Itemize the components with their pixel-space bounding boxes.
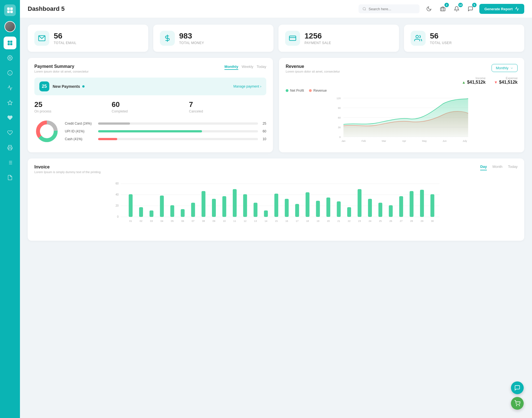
progress-item-upi: UPI ID (41%) 60 [65, 129, 266, 133]
income-expense-row: Income ▲ $41,512k Expense ▼ $41,512k [286, 76, 518, 85]
svg-text:07: 07 [192, 220, 195, 222]
svg-text:0: 0 [117, 215, 119, 218]
tab-monthly[interactable]: Monthly [224, 64, 238, 70]
svg-text:29: 29 [421, 220, 423, 222]
income-value: $41,512k [467, 80, 486, 85]
search-input[interactable] [369, 7, 416, 11]
sidebar-item-settings[interactable] [4, 52, 16, 64]
sidebar-item-favorites[interactable] [4, 111, 16, 124]
svg-rect-73 [212, 199, 216, 217]
svg-rect-65 [170, 205, 174, 217]
avatar[interactable] [4, 21, 16, 32]
support-fab[interactable] [511, 381, 524, 394]
progress-bar-fill-upi [98, 130, 202, 132]
stat-card-money: 983 TOTAL MONEY [153, 25, 274, 52]
svg-point-118 [519, 405, 520, 406]
svg-rect-22 [441, 8, 445, 11]
progress-item-creditcard: Credit Card (24%) 25 [65, 122, 266, 125]
sidebar-item-analytics[interactable] [4, 81, 16, 94]
svg-rect-4 [8, 41, 10, 43]
svg-rect-89 [295, 204, 299, 217]
svg-rect-109 [399, 196, 403, 217]
payment-summary-title: Payment Summary [34, 64, 89, 69]
svg-rect-99 [347, 207, 351, 217]
stat-card-user: 56 TOTAL USER [404, 25, 525, 52]
svg-text:60: 60 [116, 182, 119, 185]
page-title: Dashboard 5 [28, 5, 354, 12]
legend-netprofit: Net Profit [286, 89, 304, 93]
main-content: Dashboard 5 2 12 5 Generate Report [20, 0, 532, 418]
svg-rect-115 [430, 194, 434, 217]
svg-text:24: 24 [369, 220, 371, 222]
expense-label: Expense [506, 76, 518, 80]
svg-rect-57 [129, 194, 133, 217]
svg-text:May: May [422, 140, 427, 142]
sidebar-item-print[interactable] [4, 141, 16, 154]
svg-text:05: 05 [171, 220, 174, 222]
svg-rect-6 [8, 43, 10, 45]
moon-icon[interactable] [424, 4, 434, 14]
chat-icon-btn[interactable]: 5 [466, 4, 475, 14]
svg-text:25: 25 [379, 220, 382, 222]
svg-text:60: 60 [338, 116, 341, 119]
svg-rect-83 [264, 211, 268, 217]
invoice-tab-day[interactable]: Day [480, 165, 487, 170]
svg-text:22: 22 [348, 220, 351, 222]
svg-rect-2 [7, 11, 10, 13]
svg-rect-107 [389, 205, 393, 217]
income-label: Income [475, 76, 485, 80]
sidebar-item-list[interactable] [4, 156, 16, 169]
svg-rect-77 [233, 189, 237, 217]
sidebar-item-documents[interactable] [4, 171, 16, 184]
tab-today[interactable]: Today [257, 64, 266, 70]
svg-rect-67 [181, 209, 185, 217]
revenue-monthly-button[interactable]: Monthly [492, 64, 518, 72]
svg-rect-87 [285, 199, 289, 217]
svg-text:30: 30 [431, 220, 434, 222]
svg-text:Jan: Jan [341, 140, 346, 142]
email-icon [34, 31, 49, 46]
generate-report-button[interactable]: Generate Report [479, 4, 524, 14]
invoice-tab-today[interactable]: Today [508, 165, 518, 170]
income-icon: ▲ [462, 80, 466, 84]
progress-bar-bg-cash [98, 138, 258, 140]
content-area: 56 TOTAL EMAIL 983 TOTAL MONEY 1256 [20, 18, 532, 247]
stat-mini-completed: 60 Completed [112, 100, 189, 113]
svg-rect-3 [10, 11, 13, 13]
tab-weekly[interactable]: Weekly [242, 64, 253, 70]
search-bar[interactable] [359, 4, 420, 13]
sidebar-logo[interactable] [4, 4, 16, 16]
svg-rect-103 [368, 199, 372, 217]
expense-value: $41,512k [499, 80, 518, 85]
sidebar-item-dashboard[interactable] [4, 37, 16, 49]
payment-icon [285, 31, 300, 46]
cart-fab[interactable] [511, 397, 524, 410]
svg-rect-61 [150, 211, 154, 217]
progress-bar-bg-creditcard [98, 122, 258, 125]
svg-marker-12 [8, 101, 12, 105]
progress-list: Credit Card (24%) 25 UPI ID (41%) 60 [65, 122, 266, 141]
new-payments-dot [82, 85, 85, 88]
svg-text:17: 17 [296, 220, 298, 222]
revenue-title: Revenue [286, 64, 340, 69]
svg-text:10: 10 [223, 220, 226, 222]
bell-icon-btn[interactable]: 12 [452, 4, 462, 14]
expense-icon: ▼ [494, 80, 498, 84]
revenue-chart-container: 120 90 60 30 0 [286, 95, 518, 146]
svg-text:90: 90 [338, 107, 341, 109]
chart-legend: Net Profit Revenue [286, 89, 518, 93]
manage-payment-link[interactable]: Manage payment › [233, 84, 261, 88]
invoice-tab-month[interactable]: Month [492, 165, 502, 170]
svg-text:14: 14 [265, 220, 267, 222]
new-payments-label: New Payments [53, 84, 230, 89]
sidebar-item-star[interactable] [4, 96, 16, 109]
svg-rect-93 [316, 201, 320, 217]
wallet-icon-btn[interactable]: 2 [438, 4, 448, 14]
sidebar-item-wishlist[interactable] [4, 126, 16, 139]
donut-chart [34, 119, 59, 144]
svg-rect-75 [222, 196, 226, 217]
svg-rect-95 [326, 198, 330, 217]
sidebar-item-info[interactable] [4, 66, 16, 79]
new-payments-row: 25 New Payments Manage payment › [34, 78, 266, 95]
svg-text:28: 28 [410, 220, 413, 222]
